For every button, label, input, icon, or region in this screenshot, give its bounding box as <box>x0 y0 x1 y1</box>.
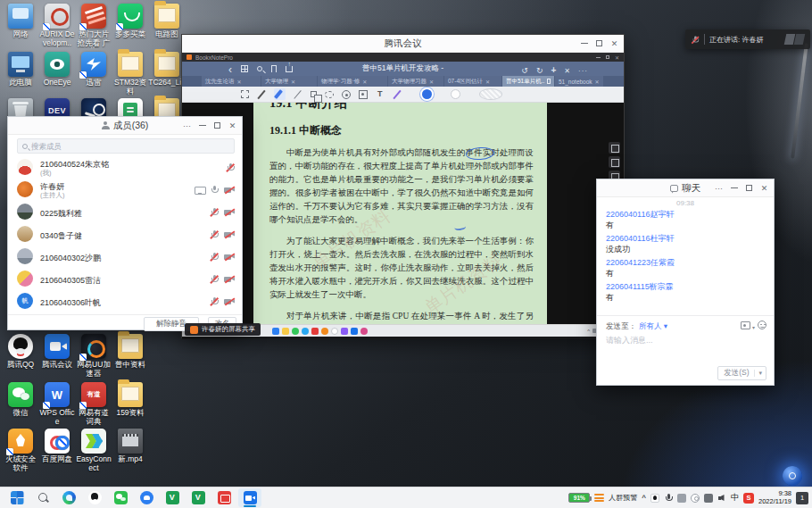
tab-1[interactable]: 沈先生论语✕ <box>202 76 261 87</box>
tab-5[interactable]: 07-4区间估计✕ <box>444 76 501 87</box>
desktop-icon-wps[interactable]: WWPS Office <box>38 382 76 426</box>
chat-input[interactable] <box>606 336 765 345</box>
redo-icon[interactable] <box>536 61 543 77</box>
member-row[interactable]: 帆 2106040306叶帆 <box>17 291 235 312</box>
inner-app2-icon[interactable] <box>341 328 348 335</box>
camera-off-icon[interactable] <box>224 231 235 239</box>
taskbar-edge[interactable] <box>57 488 80 507</box>
inner-app3-icon[interactable] <box>360 328 368 335</box>
tray-app-icon[interactable] <box>677 494 686 503</box>
taskbar-netdisk[interactable] <box>135 488 158 507</box>
taskbar-vnote-1[interactable] <box>161 488 184 507</box>
message-sender[interactable]: 2206041223任紫霞 <box>606 258 765 268</box>
desktop-icon-stm32-folder[interactable]: STM32资料 <box>112 52 149 96</box>
message-sender[interactable]: 2206041115靳宗霖 <box>606 282 765 292</box>
battery-indicator[interactable]: 91% <box>568 493 590 503</box>
close-button[interactable]: ✕ <box>607 35 622 52</box>
more-button[interactable]: ··· <box>179 117 195 134</box>
tab-close-icon[interactable]: ✕ <box>291 79 295 85</box>
tab-6-active[interactable]: 普中51单片机.. <box>502 76 554 87</box>
member-row[interactable]: 许春妍 (主持人) <box>17 179 235 201</box>
minimize-button[interactable] <box>726 179 742 196</box>
camera-off-icon[interactable] <box>224 187 235 195</box>
search-icon[interactable] <box>257 66 262 71</box>
desktop-icon-oneeye[interactable]: OneEye <box>38 52 76 87</box>
send-options-caret[interactable]: ▾ <box>754 370 766 377</box>
tab-close-icon[interactable]: ✕ <box>595 79 600 85</box>
taskbar-vnote-2[interactable] <box>186 488 210 507</box>
tab-close-icon[interactable]: ✕ <box>485 79 490 85</box>
taskbar-search-button[interactable] <box>31 488 54 507</box>
desktop-icon-tc264-folder[interactable]: TC264_Lib <box>148 52 186 87</box>
maximize-button[interactable] <box>592 35 607 52</box>
hidden-icons-chevron[interactable]: ^ <box>642 494 646 502</box>
close-annot-icon[interactable] <box>564 61 570 77</box>
stamp-tool-icon[interactable] <box>342 90 351 99</box>
inner-chrome-icon[interactable] <box>321 328 328 335</box>
screenshot-icon[interactable]: ▾ <box>741 321 750 329</box>
maximize-button[interactable] <box>210 117 225 134</box>
desktop-icon-circuit-folder[interactable]: 电路图 <box>148 4 186 39</box>
inner-folder-icon[interactable] <box>282 328 289 335</box>
color-blue-dot[interactable] <box>422 89 432 99</box>
member-row[interactable]: 2106040302沙鹏 <box>17 246 235 268</box>
inner-wps-icon[interactable] <box>311 328 319 335</box>
send-button[interactable]: 发送(S) ▾ <box>717 366 766 380</box>
member-row[interactable]: 2106040524朱京铭 (我) <box>17 157 235 179</box>
ime-indicator[interactable]: 中 <box>731 492 739 504</box>
desktop-icon-qq[interactable]: 腾讯QQ <box>2 334 39 370</box>
color-white-dot[interactable] <box>451 89 460 99</box>
highlighter-tool-icon[interactable] <box>274 88 286 100</box>
tab-close-icon[interactable]: ✕ <box>362 79 367 85</box>
image-tool-icon[interactable] <box>359 90 368 99</box>
notification-badge[interactable]: 1 <box>796 492 808 504</box>
more-icon[interactable] <box>578 61 588 77</box>
tray-volume-icon[interactable] <box>717 494 726 503</box>
tab-close-icon[interactable]: ✕ <box>429 79 434 85</box>
camera-off-icon[interactable] <box>224 209 235 217</box>
color-pattern-dot[interactable] <box>479 88 502 100</box>
lasso-tool-icon[interactable] <box>325 91 334 98</box>
camera-off-icon[interactable] <box>224 298 235 306</box>
add-icon[interactable] <box>551 61 556 77</box>
taskbar-qq[interactable] <box>83 488 106 507</box>
minimize-button[interactable] <box>195 117 210 134</box>
desktop-icon-groceries[interactable]: 多多买菜 <box>112 4 149 39</box>
thumbnails-icon[interactable] <box>241 65 248 72</box>
desktop-icon-tencent-meeting[interactable]: 腾讯会议 <box>38 334 76 370</box>
side-notes-icon[interactable] <box>609 156 620 168</box>
side-panel-icon[interactable] <box>609 142 620 154</box>
tray-at-icon[interactable] <box>691 494 700 503</box>
camera-off-icon[interactable] <box>224 254 235 262</box>
close-button[interactable]: ✕ <box>757 179 772 196</box>
maximize-button[interactable] <box>742 179 757 196</box>
desktop-icon-thunder[interactable]: 迅雷 <box>75 52 112 87</box>
desktop-icon-puzhong-folder[interactable]: 普中资料 <box>112 334 149 370</box>
back-icon[interactable] <box>228 61 232 77</box>
inner-start-icon[interactable] <box>272 328 279 335</box>
mic-muted-icon[interactable] <box>226 162 235 172</box>
mic-muted-icon[interactable] <box>210 252 219 262</box>
inner-app-icon[interactable] <box>292 328 299 335</box>
tray-mic-icon[interactable] <box>664 494 673 503</box>
member-search-box[interactable] <box>17 138 235 154</box>
text-tool-icon[interactable] <box>376 90 385 99</box>
desktop-icon-uu-booster[interactable]: 网易UU加速器 <box>75 334 112 378</box>
member-row[interactable]: 2106040305雷洁 <box>17 269 235 290</box>
sogou-ime-icon[interactable]: S <box>743 493 754 504</box>
mic-muted-icon[interactable] <box>692 35 700 44</box>
desktop-icon-wechat[interactable]: 微信 <box>2 382 39 418</box>
desktop-icon-ad[interactable]: 热门大片抢先看 广告 <box>75 4 112 48</box>
tray-qq-icon[interactable] <box>650 494 659 503</box>
undo-icon[interactable] <box>521 61 528 77</box>
close-button[interactable]: ✕ <box>225 117 240 134</box>
bookmark-icon[interactable] <box>271 65 277 72</box>
minimize-button[interactable] <box>576 35 592 52</box>
tab-2[interactable]: 大学物理✕ <box>261 76 317 87</box>
tab-3[interactable]: 物理学·习题·修✕ <box>318 76 387 87</box>
shape-tool-icon[interactable] <box>311 91 317 97</box>
tray-app-label[interactable]: 人群预警 <box>609 493 637 503</box>
floating-assistant-ball[interactable] <box>783 466 802 486</box>
tab-4[interactable]: 大学物理习题✕ <box>388 76 443 87</box>
select-tool-icon[interactable] <box>241 90 249 98</box>
